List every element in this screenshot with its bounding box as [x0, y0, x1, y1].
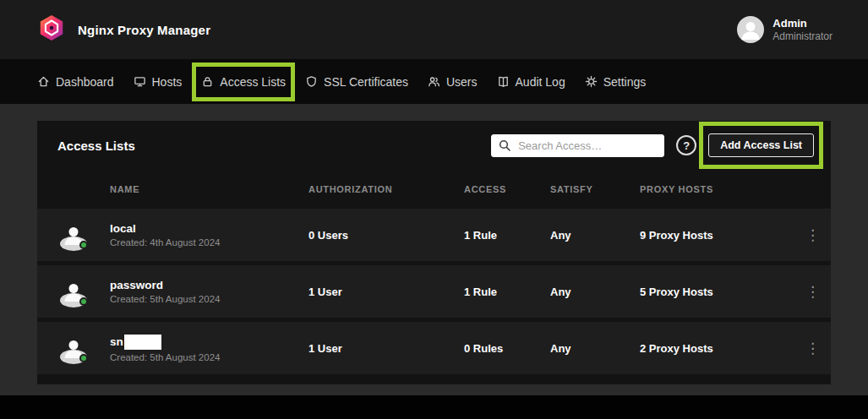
satisfy-value: Any — [550, 229, 640, 242]
home-icon — [37, 75, 50, 88]
satisfy-value: Any — [550, 286, 640, 298]
access-value: 1 Rule — [464, 229, 550, 242]
user-role: Administrator — [772, 30, 833, 43]
table-row: password Created: 5th August 2024 1 User… — [37, 265, 831, 318]
nav-label: Access Lists — [220, 75, 286, 89]
nav-label: Settings — [603, 75, 647, 89]
column-header-access: ACCESS — [464, 184, 550, 194]
online-status-dot — [79, 241, 88, 249]
nav-label: Users — [446, 75, 478, 89]
row-menu-kebab-icon[interactable]: ⋮ — [799, 336, 827, 360]
row-menu-kebab-icon[interactable]: ⋮ — [799, 280, 827, 303]
nav-item-audit-log[interactable]: Audit Log — [497, 75, 565, 89]
online-status-dot — [79, 297, 88, 306]
nav-item-dashboard[interactable]: Dashboard — [37, 75, 114, 89]
access-list-name: sn — [110, 335, 123, 348]
nav-label: Hosts — [152, 75, 183, 89]
proxy-hosts-value: 5 Proxy Hosts — [640, 286, 794, 298]
search-input[interactable] — [491, 134, 664, 157]
table-header-row: NAME AUTHORIZATION ACCESS SATISFY PROXY … — [37, 170, 831, 209]
table-row: sn Created: 5th August 2024 1 User 0 Rul… — [37, 322, 831, 374]
access-list-name: local — [110, 222, 136, 235]
access-value: 0 Rules — [464, 342, 550, 355]
proxy-hosts-value: 9 Proxy Hosts — [640, 229, 794, 242]
column-header-authorization: AUTHORIZATION — [308, 184, 464, 194]
shield-icon — [305, 75, 318, 88]
authorization-value: 1 User — [308, 342, 464, 355]
nav-item-users[interactable]: Users — [428, 75, 478, 89]
brand-link[interactable]: Nginx Proxy Manager — [37, 14, 210, 46]
authorization-value: 0 Users — [308, 229, 464, 242]
page-title: Access Lists — [57, 139, 135, 153]
column-header-name: NAME — [110, 184, 308, 194]
redaction-box — [124, 335, 161, 350]
app-title: Nginx Proxy Manager — [78, 23, 210, 37]
add-access-list-button[interactable]: Add Access List — [708, 133, 814, 157]
satisfy-value: Any — [550, 342, 640, 355]
nav-item-settings[interactable]: Settings — [585, 75, 647, 89]
proxy-hosts-value: 2 Proxy Hosts — [640, 342, 794, 355]
nav-label: Dashboard — [56, 75, 114, 89]
nav-item-ssl-certificates[interactable]: SSL Certificates — [305, 75, 408, 89]
nginx-proxy-manager-page: Nginx Proxy Manager Admin Administrator — [0, 0, 868, 419]
user-name: Admin — [772, 17, 833, 30]
created-date: Created: 5th August 2024 — [110, 352, 308, 362]
top-bar: Nginx Proxy Manager Admin Administrator — [0, 0, 868, 59]
monitor-icon — [134, 75, 146, 88]
search-icon — [498, 139, 511, 155]
app-logo-icon — [37, 14, 66, 46]
card-header: Access Lists ? Add Access List — [37, 121, 831, 170]
footer-strip — [0, 395, 868, 419]
created-date: Created: 4th August 2024 — [110, 237, 308, 248]
online-status-dot — [79, 354, 88, 362]
search-box — [491, 134, 664, 157]
nav-label: SSL Certificates — [324, 75, 408, 89]
access-value: 1 Rule — [464, 286, 550, 298]
created-date: Created: 5th August 2024 — [110, 294, 308, 304]
authorization-value: 1 User — [308, 286, 464, 298]
lock-icon — [201, 75, 214, 88]
column-header-satisfy: SATISFY — [550, 184, 640, 194]
main-nav: Dashboard Hosts Access Lists — [0, 59, 868, 104]
book-icon — [497, 75, 510, 88]
access-lists-card: Access Lists ? Add Access List NAME — [37, 121, 831, 384]
row-avatar — [60, 278, 87, 305]
row-avatar — [60, 335, 87, 362]
user-menu[interactable]: Admin Administrator — [737, 16, 833, 43]
nav-item-access-lists[interactable]: Access Lists — [201, 75, 286, 89]
nav-item-hosts[interactable]: Hosts — [134, 75, 183, 89]
nav-label: Audit Log — [516, 75, 565, 89]
user-avatar — [737, 16, 764, 43]
gear-icon — [585, 75, 598, 88]
users-icon — [428, 75, 440, 88]
help-button[interactable]: ? — [676, 135, 696, 155]
row-avatar — [60, 221, 87, 248]
row-menu-kebab-icon[interactable]: ⋮ — [799, 223, 827, 247]
column-header-proxy-hosts: PROXY HOSTS — [640, 184, 794, 194]
table-row: local Created: 4th August 2024 0 Users 1… — [37, 209, 831, 261]
access-list-name: password — [110, 279, 163, 291]
